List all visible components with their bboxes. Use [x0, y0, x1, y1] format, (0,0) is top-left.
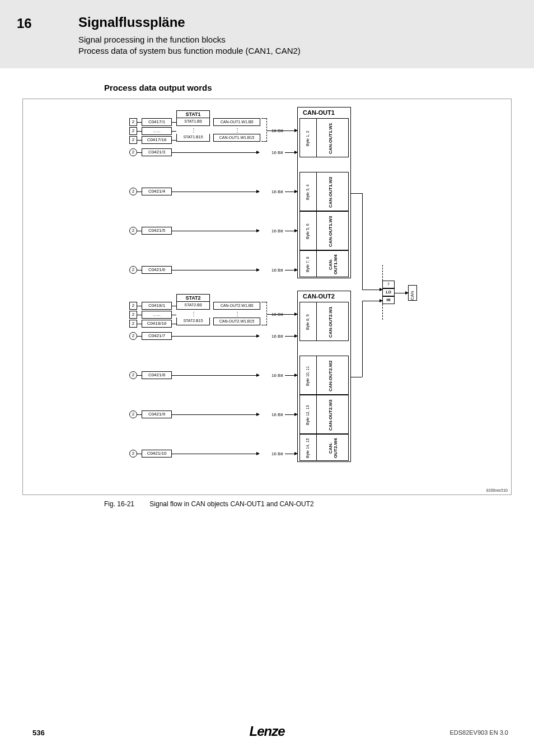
priority-num: 7 — [382, 281, 395, 288]
figure-number: Fig. 16-21 — [104, 500, 148, 508]
can-out1-w1-b15: CAN-OUT1.W1.B15 — [213, 134, 260, 142]
stat1-b15: STAT1.B15 — [176, 134, 210, 142]
can-out2-w1-cell: Byte 8, 9 CAN-OUT2.W1 — [299, 302, 349, 341]
selector-analog: 2 — [129, 188, 137, 195]
label-16bit: 16 Bit — [271, 334, 283, 339]
byte-label: Byte 7, 8 — [306, 252, 310, 277]
label-16bit: 16 Bit — [271, 412, 283, 417]
brace-stat2 — [261, 302, 267, 325]
param-c0417-1: C0417/1 — [142, 118, 172, 126]
brand-logo: Lenze — [249, 724, 284, 739]
stat2-b0: STAT2.B0 — [176, 302, 210, 310]
can-out2-w2-cell: Byte 10, 11 CAN-OUT2.W2 — [299, 356, 349, 395]
param-c0421-10: C0421/10 — [142, 450, 172, 458]
section-heading: Process data output words — [104, 83, 212, 92]
figure-caption: Fig. 16-21 Signal flow in CAN objects CA… — [104, 500, 314, 508]
can-out1-w3-cell: Byte 5, 6 CAN-OUT1.W3 — [299, 211, 349, 250]
header-band: 16 Signalflusspläne Signal processing in… — [0, 0, 534, 68]
arrow-can — [395, 293, 408, 293]
can-out1-w1-cell: Byte 1, 2 CAN-OUT1.W1 — [299, 118, 349, 157]
param-c0421-8: C0421/8 — [142, 371, 172, 379]
byte-label: Byte 14, 15 — [306, 436, 310, 460]
can-out2-title: CAN-OUT2 — [303, 293, 335, 300]
param-c0421-4: C0421/4 — [142, 188, 172, 195]
stat2-head: STAT2 — [176, 294, 210, 302]
selector-digital: 2 — [129, 127, 137, 135]
can-out2-w1-b0: CAN-OUT2.W1.B0 — [213, 302, 260, 310]
stat1-b0: STAT1.B0 — [176, 118, 210, 126]
stat1-head: STAT1 — [176, 110, 210, 118]
priority-lo: LO — [382, 288, 395, 296]
label-16bit: 16 Bit — [271, 268, 283, 273]
label-16bit: 16 Bit — [271, 373, 283, 378]
w-label: CAN-OUT1.W2 — [328, 174, 333, 211]
selector-digital: 2 — [129, 311, 137, 319]
subtitle-2: Process data of system bus function modu… — [78, 46, 301, 55]
selector-analog: 2 — [129, 332, 137, 340]
param-c0421-5: C0421/5 — [142, 227, 172, 235]
param-c0421-3: C0421/3 — [142, 148, 172, 156]
param-c0418-dots: ...... — [142, 311, 172, 319]
selector-analog: 2 — [129, 450, 137, 458]
page-number: 536 — [32, 729, 45, 737]
chapter-number: 16 — [17, 16, 32, 31]
byte-label: Byte 1, 2 — [306, 122, 310, 155]
arrow-w1 — [267, 130, 297, 131]
param-c0421-7: C0421/7 — [142, 332, 172, 340]
can-out1-line — [351, 193, 362, 194]
byte-label: Byte 12, 13 — [306, 399, 310, 431]
byte-label: Byte 5, 6 — [306, 215, 310, 248]
selector-digital: 2 — [129, 302, 137, 310]
can-out1-w4-cell: Byte 7, 8 CAN-OUT1.W4 — [299, 250, 349, 277]
param-c0417-16: C0417/16 — [142, 136, 172, 144]
can-out1-w1-dots: ⋮ — [235, 127, 240, 133]
label-16bit: 16 Bit — [271, 228, 283, 234]
chapter-title: Signalflusspläne — [78, 15, 185, 30]
w-label: CAN-OUT2.W1 — [328, 304, 333, 340]
can-box: CAN — [408, 285, 417, 301]
selector-analog: 2 — [129, 371, 137, 379]
can-out1-w2-cell: Byte 3, 4 CAN-OUT1.W2 — [299, 172, 349, 211]
subtitle-1: Signal processing in the function blocks — [78, 35, 226, 44]
can-label: CAN — [410, 287, 415, 300]
selector-digital: 2 — [129, 320, 137, 328]
stat2-b15: STAT2.B15 — [176, 318, 210, 325]
can-out2-w1-dots: ⋮ — [235, 311, 240, 317]
selector-digital: 2 — [129, 136, 137, 144]
stat2-dots: ⋮ — [191, 311, 196, 317]
priority-hi: HI — [382, 296, 395, 304]
byte-label: Byte 3, 4 — [306, 176, 310, 208]
can-out2-w1-b15: CAN-OUT2.W1.B15 — [213, 318, 260, 325]
can-out1-title: CAN-OUT1 — [303, 109, 335, 116]
param-c0421-9: C0421/9 — [142, 410, 172, 418]
can-out1-w1-b0: CAN-OUT1.W1.B0 — [213, 118, 260, 126]
can-out2-line — [351, 377, 362, 377]
brace-stat1 — [261, 118, 267, 142]
stat1-dots: ⋮ — [191, 127, 196, 133]
selector-analog: 2 — [129, 410, 137, 418]
w-label: CAN-OUT2.W4 — [328, 435, 338, 461]
param-c0421-6: C0421/6 — [142, 266, 172, 274]
label-16bit: 16 Bit — [271, 150, 283, 155]
param-c0418-16: C0418/16 — [142, 320, 172, 328]
selector-analog: 2 — [129, 148, 137, 156]
signal-flow-diagram: CAN-OUT1 STAT1 STAT1.B0 ⋮ STAT1.B15 CAN-… — [22, 99, 512, 495]
w-label: CAN-OUT1.W3 — [328, 213, 333, 250]
can-out2-w3-cell: Byte 12, 13 CAN-OUT2.W3 — [299, 395, 349, 434]
byte-label: Byte 10, 11 — [306, 360, 310, 392]
param-c0417-dots: ...... — [142, 127, 172, 135]
document-id: EDS82EV903 EN 3.0 — [449, 729, 508, 736]
selector-analog: 2 — [129, 266, 137, 274]
selector-analog: 2 — [129, 227, 137, 235]
w-label: CAN-OUT1.W1 — [328, 120, 333, 157]
byte-label: Byte 8, 9 — [306, 306, 310, 338]
figure-text: Signal flow in CAN objects CAN-OUT1 and … — [149, 500, 313, 508]
label-16bit: 16 Bit — [271, 189, 283, 194]
param-c0418-1: C0418/1 — [142, 302, 172, 310]
w-label: CAN-OUT2.W3 — [328, 396, 333, 433]
label-16bit: 16 Bit — [271, 451, 283, 456]
w-label: CAN-OUT1.W4 — [328, 251, 338, 278]
diagram-code: 8200vec510 — [486, 488, 508, 492]
selector-digital: 2 — [129, 118, 137, 126]
can-out2-w4-cell: Byte 14, 15 CAN-OUT2.W4 — [299, 434, 349, 461]
